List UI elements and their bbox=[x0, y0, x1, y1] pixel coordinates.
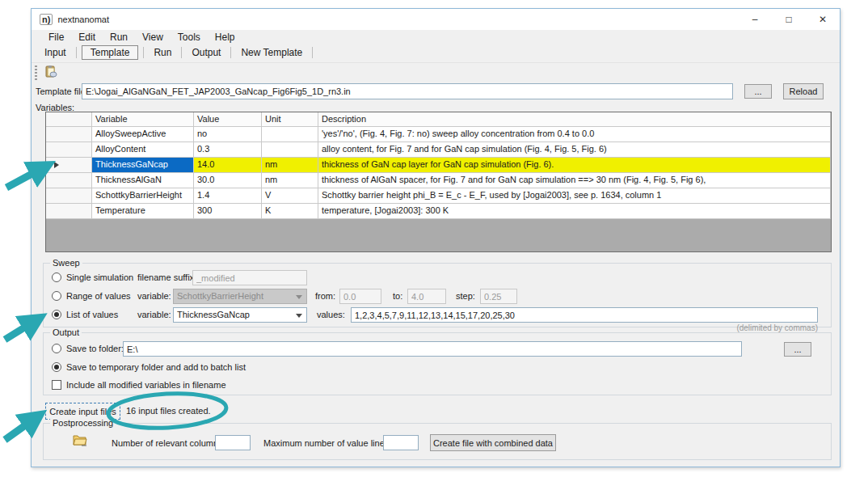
template-file-input[interactable] bbox=[82, 83, 733, 99]
row-header-cell[interactable] bbox=[46, 142, 92, 158]
minimize-button[interactable]: – bbox=[738, 9, 772, 30]
cell-value[interactable]: no bbox=[194, 127, 262, 142]
cell-unit[interactable] bbox=[262, 142, 318, 158]
current-row-marker-icon bbox=[54, 162, 59, 168]
cell-variable[interactable]: AlloySweepActive bbox=[92, 127, 194, 142]
menu-view[interactable]: View bbox=[135, 32, 171, 43]
range-of-values-radio[interactable] bbox=[52, 291, 61, 301]
tab-separator bbox=[76, 47, 77, 58]
to-label: to: bbox=[393, 291, 402, 301]
list-variable-label: variable: bbox=[137, 310, 171, 319]
column-header-value[interactable]: Value bbox=[194, 112, 262, 127]
row-header-cell[interactable] bbox=[46, 127, 92, 142]
list-variable-dropdown[interactable]: ThicknessGaNcap bbox=[173, 307, 307, 323]
table-row[interactable]: AlloyContent 0.3 alloy content, for Fig.… bbox=[46, 142, 831, 158]
browse-folder-button[interactable]: ... bbox=[784, 342, 811, 357]
open-folder-icon[interactable] bbox=[73, 433, 87, 448]
from-label: from: bbox=[315, 291, 335, 301]
cell-unit[interactable]: nm bbox=[262, 158, 318, 173]
cell-variable[interactable]: Temperature bbox=[92, 204, 194, 219]
include-variables-label: Include all modified variables in filena… bbox=[66, 380, 226, 390]
column-header-variable[interactable]: Variable bbox=[92, 112, 194, 127]
menu-file[interactable]: File bbox=[41, 32, 71, 43]
clipboard-icon[interactable] bbox=[44, 65, 57, 80]
combined-data-button[interactable]: Create file with combined data bbox=[430, 434, 556, 451]
tab-output[interactable]: Output bbox=[182, 46, 230, 59]
cell-unit[interactable]: K bbox=[262, 204, 318, 219]
tab-input[interactable]: Input bbox=[35, 46, 76, 59]
table-row[interactable]: AlloySweepActive no 'yes'/'no', (Fig. 4,… bbox=[46, 127, 831, 142]
from-input[interactable] bbox=[339, 289, 381, 304]
cell-value[interactable]: 0.3 bbox=[194, 142, 262, 158]
relevant-column-input[interactable] bbox=[215, 435, 251, 450]
row-header-cell[interactable] bbox=[46, 188, 92, 204]
table-row[interactable]: SchottkyBarrierHeight 1.4 V Schottky bar… bbox=[46, 188, 831, 204]
values-input[interactable] bbox=[351, 307, 818, 323]
sweep-group-label: Sweep bbox=[50, 258, 82, 268]
range-variable-value: SchottkyBarrierHeight bbox=[177, 291, 263, 301]
cell-variable[interactable]: SchottkyBarrierHeight bbox=[92, 188, 194, 204]
range-variable-dropdown[interactable]: SchottkyBarrierHeight bbox=[173, 289, 307, 304]
single-simulation-radio[interactable] bbox=[52, 272, 61, 282]
cell-variable[interactable]: ThicknessAlGaN bbox=[92, 173, 194, 188]
step-input[interactable] bbox=[480, 289, 517, 304]
cell-value[interactable]: 14.0 bbox=[194, 158, 262, 173]
menu-help[interactable]: Help bbox=[208, 32, 242, 43]
tab-strip: Input Template Run Output New Template bbox=[32, 44, 840, 60]
table-row[interactable]: Temperature 300 K temperature, [Jogai200… bbox=[46, 204, 831, 219]
maximize-button[interactable]: □ bbox=[772, 9, 806, 30]
cell-description[interactable]: 'yes'/'no', (Fig. 4, Fig. 7: no) sweep a… bbox=[318, 127, 831, 142]
single-simulation-label: Single simulation bbox=[66, 272, 133, 282]
cell-unit[interactable] bbox=[262, 127, 318, 142]
cell-value[interactable]: 300 bbox=[194, 204, 262, 219]
filename-suffix-input[interactable] bbox=[192, 270, 307, 285]
row-header-cell[interactable] bbox=[46, 158, 92, 173]
include-variables-checkbox[interactable] bbox=[52, 380, 61, 390]
table-row[interactable]: ThicknessAlGaN 30.0 nm thickness of AlGa… bbox=[46, 173, 831, 188]
tab-template[interactable]: Template bbox=[82, 45, 139, 60]
tab-run[interactable]: Run bbox=[144, 46, 181, 59]
cell-description[interactable]: temperature, [Jogai2003]: 300 K bbox=[318, 204, 831, 219]
cell-description[interactable]: thickness of AlGaN spacer, for Fig. 7 an… bbox=[318, 173, 831, 188]
row-header-corner bbox=[46, 112, 92, 127]
to-input[interactable] bbox=[407, 289, 446, 304]
menu-tools[interactable]: Tools bbox=[171, 32, 208, 43]
save-to-folder-radio[interactable] bbox=[52, 344, 61, 353]
files-created-status: 16 input files created. bbox=[126, 406, 211, 416]
cell-value[interactable]: 30.0 bbox=[194, 173, 262, 188]
save-to-temp-radio[interactable] bbox=[52, 362, 61, 372]
table-row-selected[interactable]: ThicknessGaNcap 14.0 nm thickness of GaN… bbox=[46, 158, 831, 173]
toolbar bbox=[32, 62, 840, 82]
cell-unit[interactable]: nm bbox=[262, 173, 318, 188]
value-lines-input[interactable] bbox=[383, 435, 419, 450]
template-file-row: Template file: ... Reload bbox=[32, 83, 840, 101]
create-input-files-button[interactable]: Create input files bbox=[45, 403, 120, 420]
postprocessing-group-label: Postprocessing bbox=[50, 418, 116, 428]
browse-template-button[interactable]: ... bbox=[744, 84, 772, 99]
delimited-note: (delimited by commas) bbox=[666, 323, 818, 332]
output-group-label: Output bbox=[50, 327, 82, 337]
save-folder-input[interactable] bbox=[123, 341, 742, 357]
column-header-unit[interactable]: Unit bbox=[262, 112, 318, 127]
row-header-cell[interactable] bbox=[46, 204, 92, 219]
list-of-values-label: List of values bbox=[66, 310, 118, 319]
list-of-values-radio[interactable] bbox=[52, 310, 61, 319]
cell-description[interactable]: alloy content, for Fig. 7 and for GaN ca… bbox=[318, 142, 831, 158]
reload-button[interactable]: Reload bbox=[783, 83, 824, 99]
cell-unit[interactable]: V bbox=[262, 188, 318, 204]
cell-value[interactable]: 1.4 bbox=[194, 188, 262, 204]
value-lines-label: Maximum number of value lines: bbox=[263, 438, 391, 448]
tab-new-template[interactable]: New Template bbox=[231, 46, 312, 59]
menu-edit[interactable]: Edit bbox=[71, 32, 103, 43]
cell-description[interactable]: Schottky barrier height phi_B = E_c - E_… bbox=[318, 188, 831, 204]
column-header-description[interactable]: Description bbox=[318, 112, 831, 127]
cell-description[interactable]: thickness of GaN cap layer for GaN cap s… bbox=[318, 158, 831, 173]
menu-run[interactable]: Run bbox=[103, 32, 135, 43]
range-variable-label: variable: bbox=[137, 291, 171, 301]
row-header-cell[interactable] bbox=[46, 173, 92, 188]
cell-variable[interactable]: AlloyContent bbox=[92, 142, 194, 158]
close-button[interactable]: ✕ bbox=[806, 9, 840, 30]
filename-suffix-label: filename suffix: bbox=[137, 272, 196, 282]
cell-variable[interactable]: ThicknessGaNcap bbox=[92, 158, 194, 173]
output-groupbox: Output Save to folder: ... Save to tempo… bbox=[43, 332, 832, 395]
